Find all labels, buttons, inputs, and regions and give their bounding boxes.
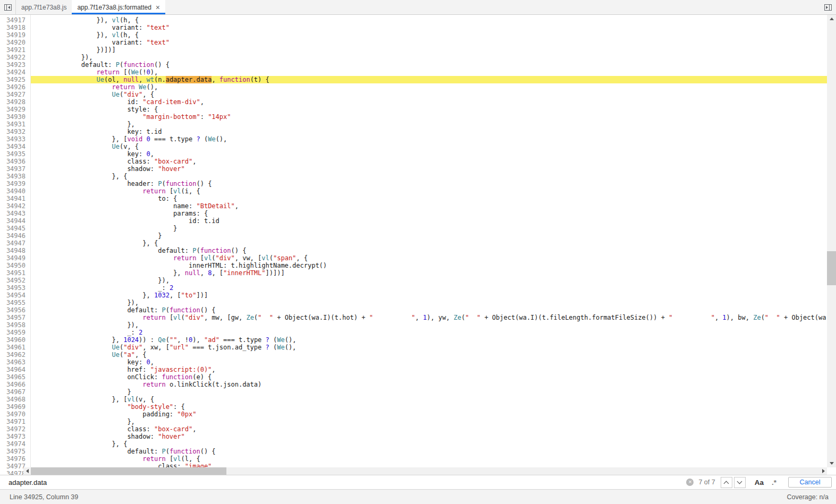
line-number[interactable]: 34938 [0, 173, 26, 180]
scroll-right-arrow-icon[interactable] [820, 467, 827, 475]
chevron-up-icon [724, 481, 729, 486]
line-number[interactable]: 34948 [0, 247, 26, 254]
horizontal-scrollbar[interactable] [23, 467, 827, 475]
clear-search-icon[interactable]: × [686, 479, 694, 486]
line-number[interactable]: 34973 [0, 433, 26, 440]
line-number[interactable]: 34936 [0, 158, 26, 165]
line-number[interactable]: 34927 [0, 91, 26, 98]
code-line: return [vl(l, { [35, 455, 827, 463]
scroll-up-arrow-icon[interactable] [827, 15, 836, 23]
code-line: key: 0, [35, 358, 827, 366]
line-number[interactable]: 34931 [0, 121, 26, 128]
line-number[interactable]: 34968 [0, 396, 26, 403]
line-number[interactable]: 34974 [0, 440, 26, 448]
line-number[interactable]: 34950 [0, 262, 26, 269]
line-number[interactable]: 34955 [0, 299, 26, 306]
line-number[interactable]: 34956 [0, 306, 26, 314]
toggle-navigator-button[interactable] [0, 0, 16, 14]
line-number[interactable]: 34945 [0, 225, 26, 232]
line-number[interactable]: 34935 [0, 150, 26, 158]
match-count: 7 of 7 [698, 479, 715, 486]
line-number[interactable]: 34963 [0, 358, 26, 366]
code-line: return [(We(!0), [35, 69, 827, 76]
line-number[interactable]: 34957 [0, 314, 26, 321]
next-match-button[interactable] [734, 477, 746, 488]
vertical-scrollbar[interactable] [827, 15, 836, 467]
line-number[interactable]: 34959 [0, 329, 26, 336]
tab-label: app.7f1e73a8.js [21, 4, 66, 11]
line-number[interactable]: 34964 [0, 366, 26, 373]
line-number[interactable]: 34952 [0, 277, 26, 284]
line-number[interactable]: 34978 [0, 470, 26, 475]
line-number[interactable]: 34954 [0, 292, 26, 299]
code-line: Ue("div", { [35, 91, 827, 98]
vertical-scrollbar-thumb[interactable] [827, 251, 836, 285]
line-number[interactable]: 34940 [0, 187, 26, 195]
tab-app-js-formatted[interactable]: app.7f1e73a8.js:formatted × [72, 0, 165, 14]
gutter: 3491734918349193492034921349223492334924… [0, 15, 31, 475]
line-number[interactable]: 34939 [0, 180, 26, 187]
line-number[interactable]: 34975 [0, 448, 26, 455]
line-number[interactable]: 34930 [0, 113, 26, 121]
line-number[interactable]: 34966 [0, 381, 26, 388]
code-line: innerHTML: t.highlightName.decrypt() [35, 262, 827, 269]
horizontal-scrollbar-thumb[interactable] [31, 467, 226, 475]
line-number[interactable]: 34924 [0, 69, 26, 76]
line-number[interactable]: 34949 [0, 254, 26, 262]
close-icon[interactable]: × [156, 4, 160, 11]
line-number[interactable]: 34977 [0, 463, 26, 470]
scroll-left-arrow-icon[interactable] [23, 467, 31, 475]
line-number[interactable]: 34944 [0, 217, 26, 225]
code-line: return We(), [35, 83, 827, 91]
line-number[interactable]: 34976 [0, 455, 26, 463]
line-number[interactable]: 34951 [0, 269, 26, 277]
line-number[interactable]: 34920 [0, 39, 26, 46]
regex-button[interactable]: .* [772, 479, 776, 486]
line-number[interactable]: 34946 [0, 232, 26, 240]
line-number[interactable]: 34918 [0, 24, 26, 31]
line-number[interactable]: 34953 [0, 284, 26, 292]
line-number[interactable]: 34965 [0, 373, 26, 381]
line-number[interactable]: 34923 [0, 61, 26, 69]
code-line: } [35, 232, 827, 240]
line-number[interactable]: 34972 [0, 425, 26, 433]
panel-left-icon [4, 3, 12, 12]
line-number[interactable]: 34929 [0, 106, 26, 113]
line-number[interactable]: 34970 [0, 411, 26, 418]
line-number[interactable]: 34928 [0, 98, 26, 106]
line-number[interactable]: 34919 [0, 31, 26, 39]
line-number[interactable]: 34926 [0, 83, 26, 91]
line-number[interactable]: 34942 [0, 202, 26, 210]
line-number[interactable]: 34943 [0, 210, 26, 217]
cancel-button[interactable]: Cancel [788, 477, 832, 488]
code-line: shadow: "hover" [35, 165, 827, 173]
line-number[interactable]: 34921 [0, 46, 26, 54]
code-line: }, [vl(v, { [35, 396, 827, 403]
line-number[interactable]: 34947 [0, 240, 26, 247]
line-number[interactable]: 34934 [0, 143, 26, 150]
line-number[interactable]: 34925 [0, 76, 26, 83]
code-line: _: 2 [35, 284, 827, 292]
code-line: return [vl("div", mw, [gw, Ze(" " + Obje… [35, 314, 827, 321]
toggle-debugger-sidebar-button[interactable] [820, 0, 836, 14]
scroll-down-arrow-icon[interactable] [827, 459, 836, 467]
line-number[interactable]: 34971 [0, 418, 26, 425]
code-editor: 3491734918349193492034921349223492334924… [0, 15, 836, 475]
line-number[interactable]: 34962 [0, 351, 26, 358]
line-number[interactable]: 34969 [0, 403, 26, 411]
line-number[interactable]: 34932 [0, 128, 26, 135]
search-input[interactable] [0, 475, 686, 489]
line-number[interactable]: 34961 [0, 344, 26, 351]
line-number[interactable]: 34933 [0, 135, 26, 143]
line-number[interactable]: 34941 [0, 195, 26, 202]
line-number[interactable]: 34937 [0, 165, 26, 173]
line-number[interactable]: 34967 [0, 388, 26, 396]
line-number[interactable]: 34960 [0, 336, 26, 344]
code-line: return [vl(i, { [35, 187, 827, 195]
tab-app-js[interactable]: app.7f1e73a8.js [16, 0, 72, 14]
previous-match-button[interactable] [721, 477, 732, 488]
line-number[interactable]: 34917 [0, 16, 26, 24]
match-case-button[interactable]: Aa [755, 479, 764, 486]
line-number[interactable]: 34958 [0, 321, 26, 329]
line-number[interactable]: 34922 [0, 54, 26, 61]
